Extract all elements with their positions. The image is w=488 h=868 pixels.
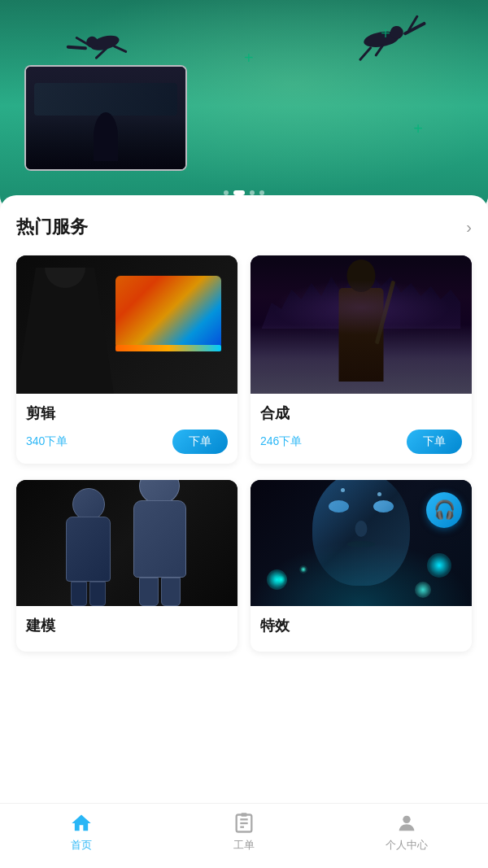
- bottom-navigation: 首页 工单 个人中心: [0, 803, 488, 868]
- service-grid-row2: 建模: [16, 480, 472, 652]
- service-info-model: 建模: [16, 606, 237, 652]
- nav-item-orders[interactable]: 工单: [211, 812, 277, 853]
- orders-icon: [233, 812, 255, 835]
- service-info-edit: 剪辑 340下单 下单: [16, 394, 237, 464]
- nav-item-profile[interactable]: 个人中心: [374, 812, 439, 853]
- headphone-icon: 🎧: [434, 499, 455, 521]
- svg-point-17: [403, 815, 410, 822]
- home-icon: [70, 812, 93, 835]
- section-arrow[interactable]: ›: [466, 218, 472, 237]
- flying-figure-right: [277, 8, 455, 81]
- section-header: 热门服务 ›: [16, 215, 472, 239]
- order-btn-edit[interactable]: 下单: [172, 430, 228, 454]
- service-name-vfx: 特效: [260, 616, 462, 635]
- svg-line-8: [404, 24, 425, 33]
- svg-line-11: [359, 48, 373, 59]
- service-grid-row1: 剪辑 340下单 下单: [16, 255, 472, 464]
- bottom-glow: [251, 541, 472, 606]
- order-btn-composite[interactable]: 下单: [407, 430, 462, 454]
- service-info-composite: 合成 246下单 下单: [251, 394, 472, 464]
- marker-center: +: [244, 49, 254, 68]
- nav-item-home[interactable]: 首页: [49, 812, 114, 853]
- customer-service-button[interactable]: 🎧: [426, 492, 462, 528]
- service-image-3d: [16, 480, 237, 606]
- nav-label-profile: 个人中心: [386, 838, 428, 853]
- svg-line-5: [115, 44, 126, 55]
- main-content: 热门服务 ›: [0, 195, 488, 830]
- nav-label-home: 首页: [71, 838, 92, 853]
- service-meta-edit: 340下单 下单: [26, 430, 228, 454]
- profile-icon: [395, 812, 418, 835]
- svg-line-2: [68, 42, 85, 52]
- service-card-edit[interactable]: 剪辑 340下单 下单: [16, 255, 237, 464]
- service-name-edit: 剪辑: [26, 403, 228, 423]
- service-card-vfx[interactable]: 🎧 特效: [251, 480, 472, 652]
- service-orders-edit: 340下单: [26, 434, 68, 449]
- marker-right: +: [381, 24, 390, 43]
- service-info-vfx: 特效: [251, 606, 472, 652]
- service-name-composite: 合成: [260, 403, 462, 423]
- service-image-edit: [16, 255, 237, 394]
- service-image-fantasy: [251, 255, 472, 394]
- marker-br: +: [413, 120, 423, 138]
- service-card-composite[interactable]: 合成 246下单 下单: [251, 255, 472, 464]
- service-name-model: 建模: [26, 616, 228, 635]
- service-orders-composite: 246下单: [260, 434, 302, 449]
- hero-banner: + + +: [0, 0, 488, 212]
- edit-inner: [16, 255, 237, 394]
- service-meta-composite: 246下单 下单: [260, 430, 462, 454]
- movie-thumbnail: [24, 65, 187, 171]
- section-title: 热门服务: [16, 215, 88, 239]
- svg-rect-16: [242, 813, 247, 817]
- service-card-model[interactable]: 建模: [16, 480, 237, 652]
- thumbnail-content: [26, 67, 185, 169]
- nav-label-orders: 工单: [233, 838, 255, 853]
